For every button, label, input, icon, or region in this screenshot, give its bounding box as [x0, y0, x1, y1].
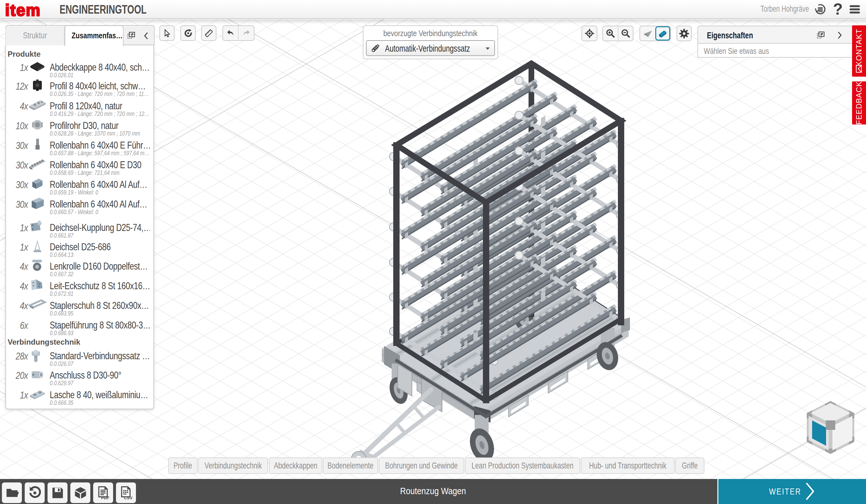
- svg-text:CSV: CSV: [124, 495, 132, 500]
- svg-text:PDF: PDF: [101, 495, 109, 500]
